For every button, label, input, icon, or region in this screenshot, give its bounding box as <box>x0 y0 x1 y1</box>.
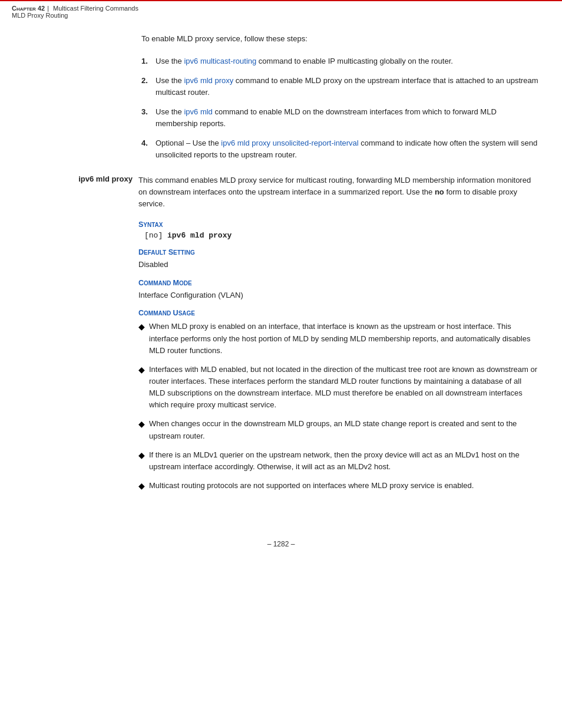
step-1-prefix: Use the <box>156 57 184 65</box>
content-area: To enable MLD proxy service, follow thes… <box>0 21 562 522</box>
bullet-icon-1: ◆ <box>138 321 149 356</box>
bullet-text-4: If there is an MLDv1 querier on the upst… <box>149 449 538 473</box>
step-1: 1. Use the ipv6 multicast-routing comman… <box>141 55 538 67</box>
command-name-label: ipv6 mld proxy <box>24 174 138 500</box>
step-1-link[interactable]: ipv6 multicast-routing <box>184 57 256 65</box>
bullet-item-4: ◆ If there is an MLDv1 querier on the up… <box>138 449 538 473</box>
command-mode-heading: COMMAND MODE <box>138 279 538 287</box>
step-4-link[interactable]: ipv6 mld proxy unsolicited-report-interv… <box>221 139 358 147</box>
numbered-list: 1. Use the ipv6 multicast-routing comman… <box>141 55 538 161</box>
sub-title: MLD Proxy Routing <box>12 12 550 19</box>
bullet-text-5: Multicast routing protocols are not supp… <box>149 480 538 493</box>
command-desc-text: This command enables MLD proxy service f… <box>138 176 531 208</box>
chapter-line: Chapter 42| Multicast Filtering Commands <box>12 5 550 12</box>
step-3-link[interactable]: ipv6 mld <box>184 107 212 116</box>
bullet-list: ◆ When MLD proxy is enabled on an interf… <box>138 321 538 492</box>
bullet-icon-4: ◆ <box>138 449 149 473</box>
separator: | <box>47 5 49 12</box>
command-usage-heading: COMMAND USAGE <box>138 309 538 317</box>
intro-paragraph: To enable MLD proxy service, follow thes… <box>141 33 538 45</box>
default-setting-heading: DEFAULT SETTING <box>138 248 538 256</box>
chapter-num: 42 <box>38 5 45 12</box>
bullet-icon-5: ◆ <box>138 480 149 493</box>
step-1-num: 1. <box>141 55 156 67</box>
syntax-heading: SYNTAX <box>138 220 538 229</box>
command-description: This command enables MLD proxy service f… <box>138 174 538 210</box>
page-number: – 1282 – <box>267 540 295 548</box>
syntax-command: ipv6 mld proxy <box>163 231 232 240</box>
command-mode-heading-text: COMMAND MODE <box>138 279 192 287</box>
bullet-item-5: ◆ Multicast routing protocols are not su… <box>138 480 538 493</box>
step-1-suffix: command to enable IP multicasting global… <box>256 57 453 65</box>
bullet-text-2: Interfaces with MLD enabled, but not loc… <box>149 364 538 411</box>
step-4-text: Optional – Use the ipv6 mld proxy unsoli… <box>156 137 538 160</box>
command-section: ipv6 mld proxy This command enables MLD … <box>24 174 538 500</box>
command-mode-value: Interface Configuration (VLAN) <box>138 289 538 301</box>
step-2-num: 2. <box>141 75 156 98</box>
step-2: 2. Use the ipv6 mld proxy command to ena… <box>141 75 538 98</box>
step-3-num: 3. <box>141 106 156 129</box>
chapter-title: Multicast Filtering Commands <box>53 5 138 12</box>
step-4: 4. Optional – Use the ipv6 mld proxy uns… <box>141 137 538 160</box>
step-2-link[interactable]: ipv6 mld proxy <box>184 76 233 85</box>
default-heading-text: DEFAULT SETTING <box>138 248 195 256</box>
bullet-icon-2: ◆ <box>138 364 149 411</box>
default-setting-value: Disabled <box>138 259 538 271</box>
step-2-text: Use the ipv6 mld proxy command to enable… <box>156 75 538 98</box>
header-bar: Chapter 42| Multicast Filtering Commands… <box>0 0 562 21</box>
syntax-heading-small-caps: SYNTAX <box>138 220 163 229</box>
syntax-bracket: [no] <box>144 231 163 240</box>
bullet-icon-3: ◆ <box>138 418 149 442</box>
step-1-text: Use the ipv6 multicast-routing command t… <box>156 55 538 67</box>
bullet-text-3: When changes occur in the downstream MLD… <box>149 418 538 442</box>
step-3-text: Use the ipv6 mld command to enable MLD o… <box>156 106 538 129</box>
syntax-code: [no] ipv6 mld proxy <box>144 231 538 240</box>
page: Chapter 42| Multicast Filtering Commands… <box>0 0 562 728</box>
step-3-prefix: Use the <box>156 107 184 116</box>
step-4-prefix: Optional – Use the <box>156 139 221 147</box>
bullet-item-2: ◆ Interfaces with MLD enabled, but not l… <box>138 364 538 411</box>
bullet-text-1: When MLD proxy is enabled on an interfac… <box>149 321 538 356</box>
command-body: This command enables MLD proxy service f… <box>138 174 538 500</box>
chapter-label: Chapter 42 <box>12 5 45 12</box>
command-usage-heading-text: COMMAND USAGE <box>138 309 195 317</box>
step-2-prefix: Use the <box>156 76 184 85</box>
intro-text: To enable MLD proxy service, follow thes… <box>141 34 308 43</box>
footer: – 1282 – <box>0 540 562 554</box>
bullet-item-1: ◆ When MLD proxy is enabled on an interf… <box>138 321 538 356</box>
step-3: 3. Use the ipv6 mld command to enable ML… <box>141 106 538 129</box>
step-4-num: 4. <box>141 137 156 160</box>
bullet-item-3: ◆ When changes occur in the downstream M… <box>138 418 538 442</box>
